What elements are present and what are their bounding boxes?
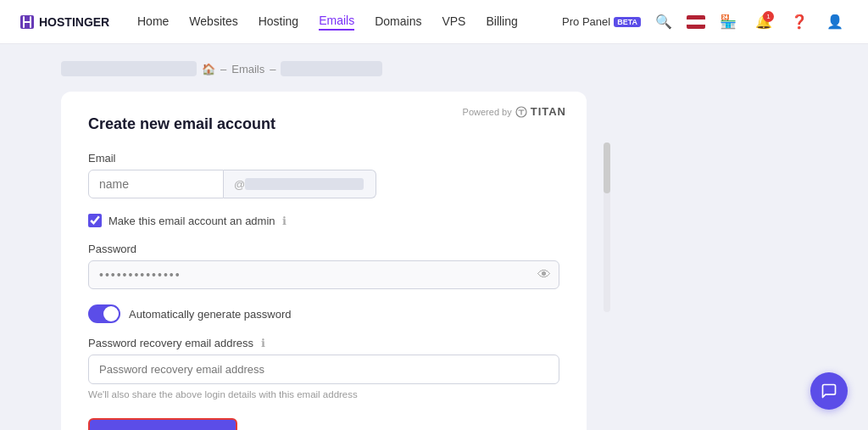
titan-icon bbox=[515, 106, 527, 118]
language-flag[interactable] bbox=[687, 15, 705, 29]
user-icon[interactable]: 👤 bbox=[822, 9, 848, 35]
admin-checkbox-row: Make this email account an admin ℹ bbox=[88, 214, 559, 227]
titan-label: TITAN bbox=[531, 105, 566, 118]
auto-generate-toggle[interactable] bbox=[88, 304, 120, 323]
email-domain-display: @ bbox=[224, 170, 376, 198]
main-content: 🏠 – Emails – Powered by TITAN Create new… bbox=[27, 44, 841, 430]
breadcrumb-dash2: – bbox=[270, 63, 275, 75]
email-group: Email @ bbox=[88, 152, 559, 198]
chat-button[interactable] bbox=[810, 372, 848, 410]
breadcrumb-current bbox=[281, 61, 382, 76]
powered-by-text: Powered by bbox=[463, 107, 512, 117]
breadcrumb-domain bbox=[61, 61, 197, 76]
store-icon[interactable]: 🏪 bbox=[715, 9, 741, 35]
password-input[interactable] bbox=[88, 260, 559, 289]
email-domain-blurred bbox=[245, 178, 364, 190]
breadcrumb-emails[interactable]: Emails bbox=[231, 63, 264, 75]
pro-panel-label: Pro Panel bbox=[562, 15, 610, 28]
breadcrumb-dash: – bbox=[220, 63, 226, 75]
breadcrumb: 🏠 – Emails – bbox=[61, 61, 807, 76]
notifications-icon[interactable]: 🔔 1 bbox=[751, 9, 776, 35]
email-name-input[interactable] bbox=[88, 170, 224, 198]
form-card: Powered by TITAN Create new email accoun… bbox=[61, 92, 587, 430]
nav-billing[interactable]: Billing bbox=[486, 14, 517, 30]
recovery-hint: We'll also share the above login details… bbox=[88, 389, 559, 399]
auto-generate-row: Automatically generate password bbox=[88, 304, 559, 323]
password-group: Password 👁 bbox=[88, 243, 559, 289]
email-label: Email bbox=[88, 152, 559, 165]
card-area: Powered by TITAN Create new email accoun… bbox=[61, 92, 807, 430]
logo[interactable]: HOSTINGER bbox=[20, 13, 114, 31]
admin-info-icon[interactable]: ℹ bbox=[282, 215, 287, 227]
form-actions: Create new account Cancel bbox=[88, 418, 559, 430]
nav-right: Pro Panel BETA 🔍 🏪 🔔 1 ❓ 👤 bbox=[562, 9, 848, 35]
admin-checkbox[interactable] bbox=[88, 214, 102, 227]
eye-icon[interactable]: 👁 bbox=[537, 267, 551, 282]
page-title: Create new email account bbox=[88, 115, 559, 133]
scrollbar[interactable] bbox=[604, 142, 610, 312]
email-row: @ bbox=[88, 170, 559, 198]
pro-panel-button[interactable]: Pro Panel BETA bbox=[562, 15, 641, 28]
recovery-group: Password recovery email address ℹ We'll … bbox=[88, 337, 559, 399]
nav-domains[interactable]: Domains bbox=[375, 14, 421, 30]
navbar: HOSTINGER Home Websites Hosting Emails D… bbox=[0, 0, 868, 44]
beta-badge: BETA bbox=[614, 17, 641, 27]
create-account-button[interactable]: Create new account bbox=[88, 418, 237, 430]
nav-home[interactable]: Home bbox=[137, 14, 169, 30]
notification-badge: 1 bbox=[763, 11, 774, 22]
recovery-input[interactable] bbox=[88, 355, 559, 384]
scrollbar-thumb bbox=[604, 142, 610, 193]
powered-by: Powered by TITAN bbox=[463, 105, 566, 118]
recovery-info-icon[interactable]: ℹ bbox=[261, 337, 265, 349]
help-icon[interactable]: ❓ bbox=[787, 9, 812, 35]
recovery-label: Password recovery email address ℹ bbox=[88, 337, 559, 349]
chat-icon bbox=[821, 383, 837, 399]
nav-websites[interactable]: Websites bbox=[189, 14, 237, 30]
search-icon[interactable]: 🔍 bbox=[651, 9, 676, 35]
nav-vps[interactable]: VPS bbox=[442, 14, 465, 30]
password-wrapper: 👁 bbox=[88, 260, 559, 289]
auto-generate-label: Automatically generate password bbox=[129, 308, 292, 321]
nav-emails[interactable]: Emails bbox=[319, 14, 354, 31]
nav-hosting[interactable]: Hosting bbox=[259, 14, 298, 30]
password-label: Password bbox=[88, 243, 559, 255]
nav-links: Home Websites Hosting Emails Domains VPS… bbox=[137, 14, 562, 31]
svg-text:HOSTINGER: HOSTINGER bbox=[39, 15, 109, 29]
breadcrumb-separator: 🏠 bbox=[202, 63, 215, 75]
admin-label: Make this email account an admin bbox=[108, 215, 275, 227]
